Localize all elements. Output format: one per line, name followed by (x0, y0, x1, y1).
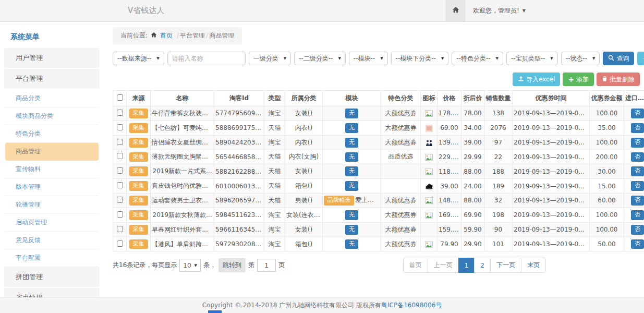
source-badge: 采集 (129, 210, 148, 220)
sidebar-item-feedback[interactable]: 意见反馈 (5, 232, 99, 249)
table-header-row: 来源名称淘客Id类型所属分类模块特色分类图标价格折后价销售数量优惠券时间优惠券金… (113, 91, 644, 106)
page-body: 系统菜单 用户管理平台管理商品分类模块商品分类特色分类商品管理宣传物料版本管理轮… (0, 22, 644, 313)
category-cell: 箱包() (285, 179, 323, 194)
filter-select-feature-category[interactable]: --特色分类--▼ (452, 52, 503, 65)
discount-price-cell: 59.90 (461, 222, 484, 237)
row-checkbox[interactable] (117, 197, 123, 203)
module-cell: 无 (323, 222, 381, 237)
module-badge: 无 (345, 181, 358, 191)
sidebar-item-promo-materials[interactable]: 宣传物料 (5, 161, 99, 178)
chevron-down-icon: ▼ (523, 8, 526, 13)
import-select-toggle[interactable]: 否 (631, 152, 644, 162)
home-button[interactable] (446, 0, 465, 21)
row-checkbox[interactable] (117, 139, 123, 145)
page-button-1[interactable]: 1 (458, 258, 475, 273)
row-checkbox[interactable] (117, 124, 123, 130)
select-all-checkbox[interactable] (117, 94, 123, 101)
source-cell: 采集 (127, 106, 151, 121)
jump-button[interactable]: 跳转到 (218, 258, 246, 272)
footer: Copyright © 2014-2018 广州九驰网络科技有限公司 版权所有 … (0, 297, 644, 313)
module-cell: 品牌精选爱上运动 (323, 194, 381, 208)
sidebar-item-feature-category[interactable]: 特色分类 (5, 125, 99, 143)
filter-select-module[interactable]: --模块--▼ (349, 52, 388, 65)
reset-button[interactable]: 重置 (637, 52, 644, 65)
row-checkbox[interactable] (117, 226, 123, 232)
sidebar-item-splash-management[interactable]: 启动页管理 (5, 214, 99, 232)
sidebar-item-goods-management[interactable]: 商品管理 (5, 143, 99, 161)
discount-price-cell: 29.90 (461, 237, 484, 251)
row-checkbox-cell (113, 222, 127, 237)
type-cell: 淘宝 (264, 106, 285, 121)
goods-image-icon (421, 164, 438, 179)
breadcrumb-home-link[interactable]: 首页 (160, 31, 173, 40)
sidebar-item-groupbuy-management[interactable]: 拼团管理 (4, 267, 100, 287)
taoke-id-cell: 597293020870 (214, 237, 264, 251)
coupon-amount-cell: 30.00 (590, 164, 624, 179)
source-badge: 采集 (129, 166, 148, 176)
filter-select-level1-category[interactable]: 一级分类▼ (249, 52, 291, 65)
filter-select-level2-category[interactable]: --二级分类--▼ (294, 52, 346, 65)
price-cell: 69.00 (438, 121, 461, 135)
row-checkbox[interactable] (117, 240, 123, 247)
sidebar-item-module-goods-category[interactable]: 模块商品分类 (5, 107, 99, 125)
batch-delete-button[interactable]: 批量删除 (597, 73, 640, 86)
row-checkbox[interactable] (117, 110, 123, 116)
user-menu[interactable]: 欢迎您，管理员! ▼ (465, 0, 533, 21)
page-number-input[interactable] (257, 259, 276, 272)
import-select-toggle[interactable]: 否 (631, 225, 644, 235)
filter-select-item-type[interactable]: --宝贝类型--▼ (506, 52, 558, 65)
icp-link[interactable]: 粤ICP备16098006号 (381, 301, 442, 310)
sidebar-item-platform-config[interactable]: 平台配置 (5, 249, 99, 267)
row-checkbox[interactable] (117, 182, 123, 188)
row-checkbox[interactable] (117, 167, 123, 174)
import-select-toggle[interactable]: 否 (631, 109, 644, 118)
page-button-首页[interactable]: 首页 (403, 258, 428, 273)
sidebar-item-user-management[interactable]: 用户管理 (4, 48, 100, 68)
import-select-toggle[interactable]: 否 (631, 196, 644, 206)
import-select-toggle[interactable]: 否 (631, 138, 644, 148)
discount-price-cell: 88.00 (461, 164, 484, 179)
import-select-toggle[interactable]: 否 (631, 123, 644, 133)
row-checkbox-cell (113, 121, 127, 135)
sidebar-item-version-management[interactable]: 版本管理 (5, 178, 99, 196)
app-title: V省钱达人 (128, 0, 164, 21)
filter-input-name-search[interactable] (167, 52, 246, 65)
page-button-上一页[interactable]: 上一页 (428, 258, 459, 273)
module-badge: 无 (345, 123, 358, 133)
page-button-末页[interactable]: 末页 (521, 258, 546, 273)
bottom-blue-strip (208, 310, 222, 313)
price-cell: 139.00 (438, 135, 461, 150)
import-excel-button[interactable]: 导入excel (513, 73, 560, 86)
import-select-toggle[interactable]: 否 (631, 181, 644, 191)
add-button[interactable]: + 添加 (563, 73, 594, 86)
filter-select-data-source[interactable]: --数据来源--▼ (113, 52, 164, 65)
import-select-toggle[interactable]: 否 (631, 239, 644, 249)
sales-cell: 101 (484, 237, 513, 251)
sidebar-item-carousel-management[interactable]: 轮播管理 (5, 196, 99, 214)
coupon-amount-cell: 100.00 (590, 222, 624, 237)
import-select-cell: 否 (624, 179, 644, 194)
sidebar-item-goods-category[interactable]: 商品分类 (5, 90, 99, 107)
row-checkbox-cell (113, 179, 127, 194)
sidebar-item-platform-management[interactable]: 平台管理 (4, 69, 100, 89)
row-checkbox[interactable] (117, 153, 123, 159)
price-cell: 169.90 (438, 208, 461, 222)
filter-select-module-subcategory[interactable]: --模块下分类--▼ (391, 52, 449, 65)
filter-select-status[interactable]: --状态--▼ (561, 52, 600, 65)
home-icon (452, 6, 459, 15)
import-select-toggle[interactable]: 否 (631, 166, 644, 176)
search-button[interactable]: 查询 (603, 52, 634, 65)
import-select-toggle[interactable]: 否 (631, 210, 644, 220)
goods-image-icon (421, 135, 438, 150)
row-checkbox-cell (113, 135, 127, 150)
breadcrumb-separator: / (176, 32, 180, 39)
import-select-cell: 否 (624, 135, 644, 150)
discount-price-cell: 69.90 (461, 208, 484, 222)
table-row: 采集薄款无钢圈文胸聚拢性...565446685867天猫内衣(文胸)无品质优选… (113, 150, 644, 164)
page-button-2[interactable]: 2 (474, 258, 491, 273)
row-checkbox[interactable] (117, 211, 123, 218)
feature-cell: 大额优惠券 (381, 194, 421, 208)
goods-image-icon (421, 179, 438, 194)
page-button-下一页[interactable]: 下一页 (490, 258, 521, 273)
page-size-select[interactable]: 10 ▼ (179, 259, 201, 272)
